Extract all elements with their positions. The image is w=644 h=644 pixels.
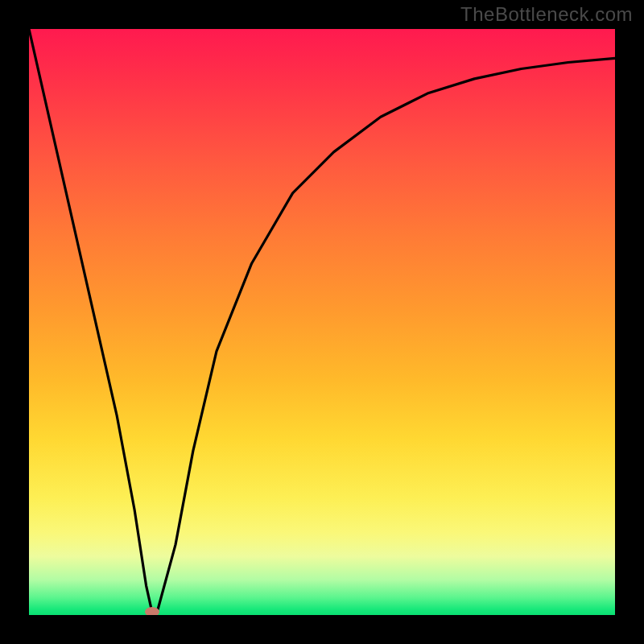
optimal-marker bbox=[145, 607, 159, 615]
chart-frame: TheBottleneck.com bbox=[0, 0, 644, 644]
watermark-text: TheBottleneck.com bbox=[460, 3, 633, 26]
plot-area bbox=[29, 29, 615, 615]
curve-svg bbox=[29, 29, 615, 615]
bottleneck-curve-path bbox=[29, 29, 615, 612]
